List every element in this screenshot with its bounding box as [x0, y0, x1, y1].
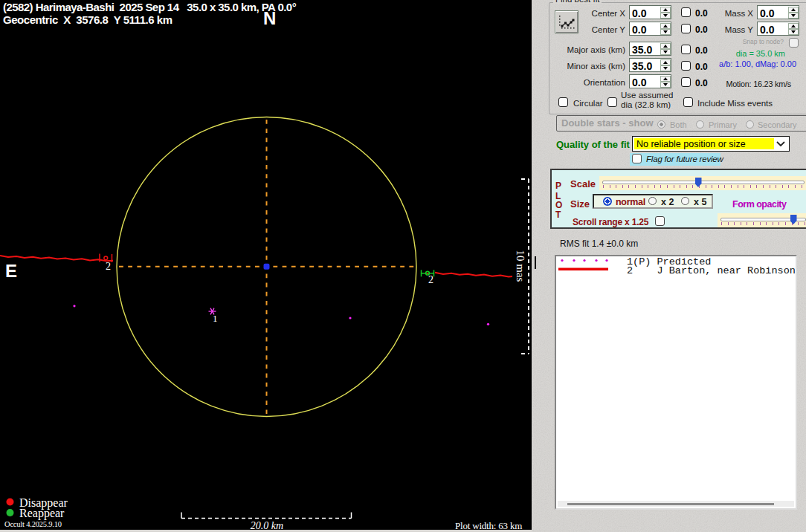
svg-text:2: 2 — [106, 261, 111, 272]
svg-text:2: 2 — [428, 274, 433, 285]
svg-text:(2582) Harimaya-Bashi 2025 Se: (2582) Harimaya-Bashi 2025 Sep 14 35.0 x… — [3, 1, 297, 13]
svg-text:Reappear: Reappear — [19, 507, 65, 520]
svg-text:Occult 4.2025.9.10: Occult 4.2025.9.10 — [4, 520, 62, 528]
svg-text:10 mas: 10 mas — [515, 250, 526, 282]
svg-text:N: N — [263, 8, 276, 28]
svg-text:1: 1 — [213, 313, 218, 324]
svg-text:Geocentric X 3576.8 Y 5111.: Geocentric X 3576.8 Y 5111.6 km — [3, 13, 173, 26]
svg-text:20.0 km: 20.0 km — [251, 520, 283, 530]
svg-text:Plot width: 63 km: Plot width: 63 km — [455, 520, 522, 530]
svg-text:E: E — [5, 261, 17, 281]
